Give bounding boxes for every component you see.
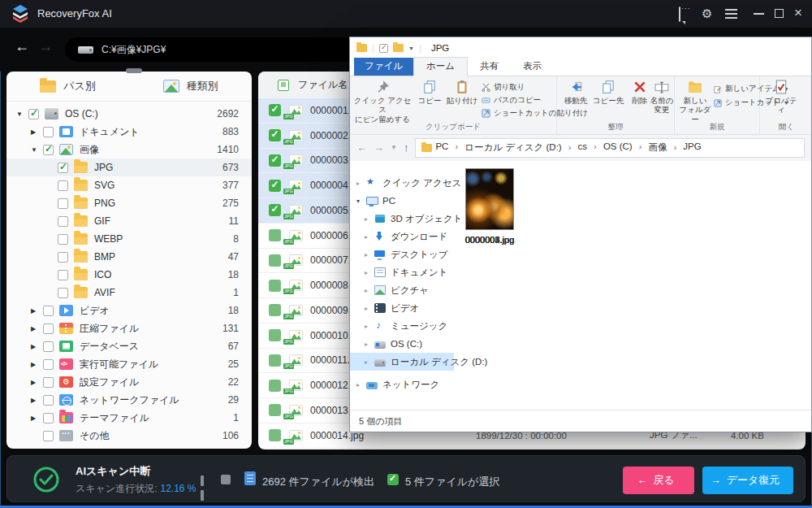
tree-checkbox[interactable] (43, 127, 54, 137)
row-checkbox[interactable] (269, 329, 281, 341)
expand-arrow-icon[interactable] (31, 146, 41, 154)
tree-item[interactable]: ネットワークファイル 29 (6, 391, 252, 409)
row-checkbox[interactable] (269, 280, 281, 292)
row-checkbox[interactable] (269, 404, 281, 416)
expand-arrow-icon[interactable] (31, 343, 41, 350)
row-checkbox[interactable] (269, 229, 281, 241)
tree-item[interactable]: ビデオ 18 (6, 302, 252, 319)
tree-item[interactable]: 画像 1410 (6, 141, 252, 158)
breadcrumb-segment[interactable]: JPG (683, 141, 701, 154)
back-arrow-icon[interactable]: ← (15, 38, 29, 55)
tree-item[interactable]: JPG 673 (6, 158, 252, 176)
sidebar-item[interactable]: ビデオ (350, 299, 454, 317)
tree-checkbox[interactable] (43, 145, 54, 155)
tree-checkbox[interactable] (28, 109, 39, 119)
tree-checkbox[interactable] (43, 431, 54, 441)
properties-button[interactable]: プロパティ (763, 80, 799, 115)
row-checkbox[interactable] (269, 254, 281, 267)
breadcrumb-segment[interactable]: OS (C) (603, 141, 649, 154)
copy-path-button[interactable]: パスのコピー (482, 95, 541, 106)
select-all-checkbox[interactable] (278, 80, 289, 91)
minimize-button[interactable] (754, 13, 764, 15)
row-checkbox[interactable] (269, 304, 281, 316)
stop-icon[interactable] (221, 475, 231, 484)
expand-arrow-icon[interactable] (31, 325, 41, 332)
explorer-forward-icon[interactable]: → (374, 141, 384, 154)
tree-item[interactable]: WEBP 8 (6, 230, 252, 248)
row-checkbox[interactable] (269, 380, 281, 392)
up-arrow-icon[interactable]: ↑ (404, 141, 409, 154)
sidebar-item[interactable]: ネットワーク (350, 376, 454, 393)
chevron-icon[interactable] (365, 358, 374, 366)
tree-checkbox[interactable] (43, 413, 54, 423)
feedback-chat-icon[interactable] (679, 7, 693, 20)
row-checkbox[interactable] (269, 429, 281, 441)
settings-gear-icon[interactable]: ⚙ (702, 7, 716, 20)
tree-checkbox[interactable] (58, 288, 68, 298)
breadcrumb-segment[interactable]: ローカル ディスク (D:) (464, 141, 577, 154)
tree-item[interactable]: 圧縮ファイル 131 (6, 319, 252, 337)
sidebar-item[interactable]: ドキュメント (350, 263, 454, 281)
tab-by-type[interactable]: 種類別 (129, 72, 252, 101)
tree-checkbox[interactable] (43, 377, 54, 388)
sidebar-item[interactable]: クイック アクセス (350, 174, 454, 192)
quick-access-properties-icon[interactable] (379, 44, 388, 53)
recover-data-button[interactable]: →データ復元 (702, 467, 793, 494)
chevron-icon[interactable] (365, 251, 374, 258)
tab-share[interactable]: 共有 (468, 58, 511, 76)
chevron-icon[interactable] (365, 305, 374, 312)
maximize-button[interactable] (775, 9, 784, 18)
scrollbar-thumb[interactable] (126, 68, 142, 73)
expand-arrow-icon[interactable] (31, 379, 41, 386)
tree-item[interactable]: ICO 18 (6, 266, 252, 284)
new-folder-button[interactable]: 新しいフォルダー (676, 80, 714, 124)
row-checkbox[interactable] (269, 129, 281, 141)
sidebar-item[interactable]: PC (350, 192, 454, 210)
copy-button[interactable]: コピー (415, 80, 444, 105)
chevron-icon[interactable] (356, 180, 366, 187)
customize-toolbar-caret-icon[interactable]: ▼ (408, 46, 414, 51)
chevron-icon[interactable] (365, 323, 374, 330)
row-checkbox[interactable] (269, 204, 281, 216)
breadcrumb-segment[interactable]: 画像 (649, 141, 684, 154)
tree-checkbox[interactable] (58, 270, 68, 280)
tree-checkbox[interactable] (43, 341, 54, 352)
tree-item[interactable]: テーマファイル 1 (6, 409, 252, 427)
row-checkbox[interactable] (269, 154, 281, 167)
rename-button[interactable]: 名前の変更 (648, 80, 676, 115)
tree-item[interactable]: ドキュメント 883 (6, 123, 252, 141)
sidebar-item[interactable]: 3D オブジェクト (350, 210, 454, 228)
chevron-icon[interactable] (365, 233, 374, 241)
back-button[interactable]: ←戻る (623, 467, 694, 494)
expand-arrow-icon[interactable] (31, 415, 41, 422)
paste-button[interactable]: 貼り付け (446, 80, 478, 105)
expand-arrow-icon[interactable] (31, 307, 41, 315)
breadcrumb[interactable]: PCローカル ディスク (D:)csOS (C)画像JPG (415, 138, 805, 158)
row-checkbox[interactable] (269, 104, 281, 116)
sidebar-item[interactable]: ダウンロード (350, 228, 454, 245)
copy-to-button[interactable]: コピー先 (591, 80, 625, 105)
tree-item[interactable]: 実行可能ファイル 25 (6, 355, 252, 373)
tab-home[interactable]: ホーム (413, 57, 468, 76)
tree-item[interactable]: OS (C:) 2692 (6, 105, 252, 123)
pause-icon[interactable] (201, 475, 211, 485)
tree-item[interactable]: BMP 47 (6, 248, 252, 266)
tree-checkbox[interactable] (43, 323, 54, 334)
chevron-icon[interactable] (356, 381, 366, 389)
tree-item[interactable]: AVIF 1 (6, 284, 252, 302)
tree-checkbox[interactable] (43, 395, 54, 406)
tree-item[interactable]: PNG 275 (6, 194, 252, 212)
expand-arrow-icon[interactable] (31, 397, 41, 404)
close-button[interactable]: × (794, 5, 809, 18)
explorer-back-icon[interactable]: ← (356, 141, 367, 154)
sidebar-item[interactable]: ミュージック (350, 317, 454, 335)
tree-checkbox[interactable] (58, 234, 68, 245)
sidebar-item[interactable]: OS (C:) (350, 335, 454, 353)
quick-access-newfolder-icon[interactable] (393, 44, 404, 52)
tree-item[interactable]: データベース 67 (6, 337, 252, 355)
tree-item[interactable]: GIF 11 (6, 212, 252, 230)
tree-checkbox[interactable] (58, 252, 68, 263)
chevron-icon[interactable] (365, 287, 374, 294)
expand-arrow-icon[interactable] (16, 111, 27, 118)
tree-checkbox[interactable] (58, 198, 68, 209)
